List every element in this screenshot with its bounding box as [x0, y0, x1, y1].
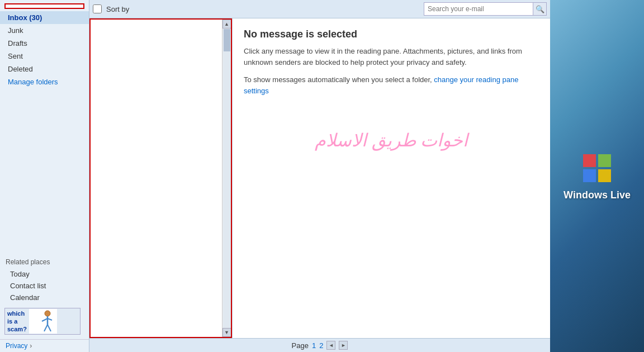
select-all-checkbox[interactable] — [93, 4, 102, 13]
windows-live-panel: Windows Live — [550, 0, 644, 352]
svg-line-4 — [44, 325, 48, 331]
windows-live-text: Windows Live — [564, 189, 631, 201]
page-1-link[interactable]: 1 — [312, 341, 316, 350]
sidebar-item-drafts[interactable]: Drafts — [0, 37, 89, 50]
page-next-button[interactable]: ► — [339, 341, 348, 350]
sidebar-calendar-link[interactable]: Calendar — [0, 292, 89, 303]
no-message-title: No message is selected — [244, 28, 539, 40]
privacy-bar: Privacy › — [0, 339, 89, 352]
arabic-watermark: اخوات طريق الاسلام — [244, 130, 539, 151]
no-message-body: Click any message to view it in the read… — [244, 46, 539, 68]
sidebar-today-link[interactable]: Today — [0, 268, 89, 280]
toolbar: Sort by 🔍 — [89, 0, 550, 18]
search-input[interactable] — [424, 4, 533, 14]
reading-pane-settings-text: To show messages automatically when you … — [244, 74, 539, 96]
page-prev-button[interactable]: ◄ — [326, 341, 335, 350]
search-button[interactable]: 🔍 — [533, 3, 546, 15]
message-list-scrollbar[interactable]: ▲ ▼ — [222, 20, 231, 337]
privacy-link[interactable]: Privacy — [6, 342, 27, 350]
sidebar-ad[interactable]: which is a scam? — [4, 308, 80, 335]
sidebar-item-manage-folders[interactable]: Manage folders — [0, 75, 89, 88]
sidebar-contact-list-link[interactable]: Contact list — [0, 280, 89, 292]
scroll-up-button[interactable]: ▲ — [222, 20, 231, 28]
sidebar-item-junk[interactable]: Junk — [0, 24, 89, 37]
sidebar-item-sent[interactable]: Sent — [0, 50, 89, 63]
svg-point-0 — [45, 311, 50, 316]
new-mail-button[interactable] — [4, 3, 84, 9]
sort-by-label[interactable]: Sort by — [106, 5, 129, 13]
sidebar: Inbox (30) Junk Drafts Sent Deleted Mana… — [0, 0, 89, 352]
search-box: 🔍 — [424, 2, 547, 16]
ad-text: which is a scam? — [5, 308, 29, 335]
ad-image — [29, 309, 57, 334]
main-panel: Sort by 🔍 ▲ ▼ No message is selected Cli… — [89, 0, 550, 352]
sidebar-item-inbox[interactable]: Inbox (30) — [0, 11, 89, 24]
scroll-track — [223, 28, 231, 328]
related-places-label: Related places — [0, 251, 89, 268]
sidebar-item-deleted[interactable]: Deleted — [0, 63, 89, 75]
svg-line-2 — [42, 318, 48, 321]
scroll-thumb — [224, 29, 230, 51]
windows-live-logo: Windows Live — [564, 151, 631, 201]
reading-pane: No message is selected Click any message… — [232, 18, 550, 338]
page-2-link[interactable]: 2 — [319, 341, 323, 350]
scroll-down-button[interactable]: ▼ — [222, 328, 231, 337]
page-label: Page — [292, 341, 309, 350]
svg-line-5 — [48, 325, 51, 331]
message-list: ▲ ▼ — [89, 18, 232, 338]
content-row: ▲ ▼ No message is selected Click any mes… — [89, 18, 550, 338]
pagination-row: Page 1 2 ◄ ► — [89, 338, 550, 352]
